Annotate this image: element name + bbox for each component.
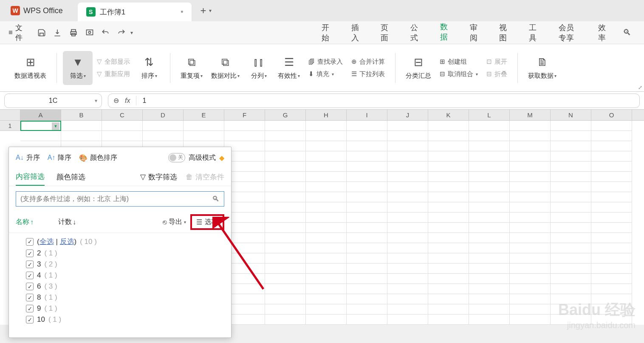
cell[interactable]	[428, 315, 469, 325]
cell[interactable]	[387, 315, 428, 325]
cell[interactable]	[510, 182, 551, 192]
cell[interactable]	[591, 233, 632, 243]
cell[interactable]	[387, 121, 428, 131]
group-button[interactable]: ⊞创建组	[438, 57, 480, 67]
cell[interactable]	[387, 304, 428, 315]
cell[interactable]	[387, 233, 428, 243]
cell[interactable]	[551, 233, 591, 243]
cell[interactable]	[347, 151, 387, 162]
cell[interactable]	[102, 131, 143, 141]
cell[interactable]	[591, 121, 632, 131]
cell[interactable]	[184, 121, 224, 131]
filter-item[interactable]: ✓4( 1 )	[13, 270, 227, 281]
cell[interactable]	[347, 253, 387, 264]
col-header[interactable]: N	[551, 110, 591, 120]
tab-formula[interactable]: 公式	[409, 17, 422, 48]
cell[interactable]	[428, 202, 469, 213]
cell[interactable]	[265, 223, 306, 233]
cell[interactable]	[347, 264, 387, 274]
dropdown-button[interactable]: ☰下拉列表	[350, 69, 387, 79]
show-all-button[interactable]: ▽全部显示	[95, 57, 132, 67]
cell[interactable]	[551, 172, 591, 182]
cell[interactable]	[510, 253, 551, 264]
cell[interactable]	[347, 182, 387, 192]
ungroup-button[interactable]: ⊟取消组合▾	[438, 69, 480, 79]
header-name[interactable]: 名称↑	[16, 218, 58, 227]
cell[interactable]	[265, 131, 306, 141]
cell[interactable]	[469, 202, 510, 213]
cell[interactable]	[428, 253, 469, 264]
cell[interactable]	[347, 304, 387, 315]
compare-button[interactable]: ⧉数据对比▾	[207, 51, 244, 85]
cell[interactable]	[306, 264, 347, 274]
ribbon-expand-icon[interactable]: ⤢	[638, 85, 642, 91]
cell[interactable]	[265, 213, 306, 223]
cell[interactable]	[347, 131, 387, 141]
cell[interactable]	[347, 284, 387, 294]
cell[interactable]	[551, 253, 591, 264]
cell[interactable]	[551, 141, 591, 151]
get-data-button[interactable]: 🗎获取数据▾	[524, 51, 561, 85]
cell[interactable]	[510, 233, 551, 243]
add-tab-button[interactable]: + ▾	[200, 5, 211, 17]
cell[interactable]	[469, 284, 510, 294]
document-tab[interactable]: S 工作簿1 •	[78, 3, 192, 21]
cell[interactable]	[387, 253, 428, 264]
cell[interactable]	[265, 294, 306, 304]
cell[interactable]	[469, 315, 510, 325]
cell[interactable]	[265, 162, 306, 172]
cell[interactable]	[347, 192, 387, 202]
invert-link[interactable]: 反选	[60, 238, 74, 246]
cell[interactable]	[347, 274, 387, 284]
cell[interactable]	[265, 121, 306, 131]
save-button[interactable]	[34, 25, 49, 40]
cell[interactable]	[551, 182, 591, 192]
cell[interactable]	[61, 131, 102, 141]
cell[interactable]	[387, 202, 428, 213]
cell[interactable]	[469, 304, 510, 315]
find-entry-button[interactable]: 🗐查找录入	[307, 57, 345, 67]
tab-start[interactable]: 开始	[320, 17, 333, 48]
cell[interactable]	[306, 233, 347, 243]
cell[interactable]	[306, 141, 347, 151]
cell[interactable]	[387, 151, 428, 162]
cell[interactable]	[510, 315, 551, 325]
cell[interactable]	[387, 192, 428, 202]
tab-efficiency[interactable]: 效率	[596, 17, 610, 48]
cell[interactable]	[265, 264, 306, 274]
cell[interactable]	[428, 264, 469, 274]
select-all-link[interactable]: 全选	[40, 238, 54, 246]
cell[interactable]	[306, 294, 347, 304]
cell[interactable]	[428, 182, 469, 192]
cell[interactable]	[428, 294, 469, 304]
cell[interactable]	[306, 304, 347, 315]
cell[interactable]	[591, 264, 632, 274]
col-header[interactable]: I	[347, 110, 387, 120]
cell[interactable]	[265, 192, 306, 202]
cell[interactable]	[387, 141, 428, 151]
checkbox-checked-icon[interactable]: ✓	[26, 272, 34, 279]
cell[interactable]	[591, 284, 632, 294]
cell[interactable]	[306, 192, 347, 202]
cell[interactable]	[591, 162, 632, 172]
cell[interactable]	[551, 202, 591, 213]
filter-search[interactable]: 🔍︎	[16, 191, 224, 207]
cell[interactable]	[306, 182, 347, 192]
cell[interactable]	[265, 315, 306, 325]
cell[interactable]	[591, 202, 632, 213]
cell[interactable]	[387, 264, 428, 274]
cell[interactable]	[469, 192, 510, 202]
cell[interactable]	[591, 172, 632, 182]
cell[interactable]	[347, 213, 387, 223]
color-sort-button[interactable]: 🎨颜色排序	[79, 153, 117, 162]
cell[interactable]	[347, 141, 387, 151]
checkbox-checked-icon[interactable]: ✓	[26, 316, 34, 323]
filter-item[interactable]: ✓3( 2 )	[13, 259, 227, 270]
formula-input[interactable]: ⊖ fx 1	[108, 94, 640, 108]
tab-review[interactable]: 审阅	[468, 17, 482, 48]
cell[interactable]	[591, 253, 632, 264]
cell[interactable]	[265, 202, 306, 213]
cell[interactable]	[265, 243, 306, 253]
cell[interactable]	[510, 213, 551, 223]
cell[interactable]	[510, 131, 551, 141]
